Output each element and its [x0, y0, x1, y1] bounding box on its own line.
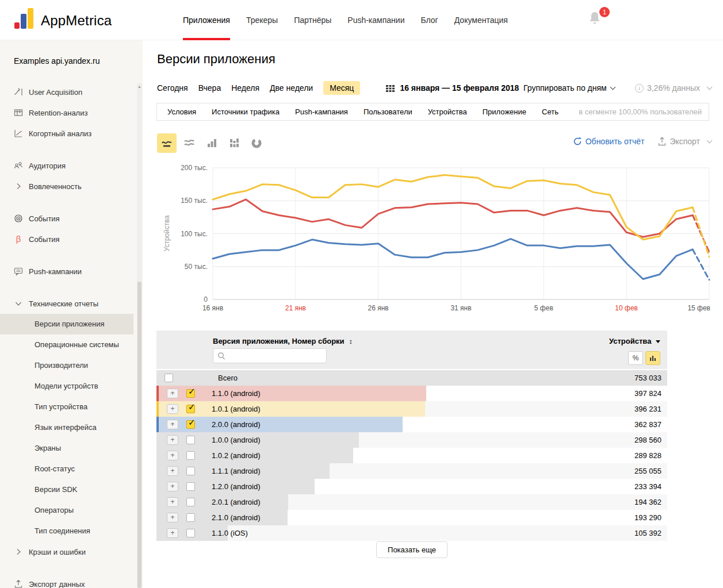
line-chart-icon[interactable] [157, 133, 177, 153]
row-value: 105 392 [634, 529, 667, 537]
sidebar-item-3[interactable]: Когортный анализ [0, 123, 143, 144]
sidebar-menu: User AcquisitionRetention-анализКогортны… [0, 82, 143, 588]
sidebar-subitem-18[interactable]: Версии SDK [0, 479, 133, 500]
sidebar-subitem-16[interactable]: Экраны [0, 438, 133, 459]
table-header: Версия приложения, Номер сборки ▴▾ Устро… [156, 330, 667, 369]
preset-2[interactable]: Вчера [198, 83, 221, 93]
sidebar-item-1[interactable]: User Acquisition [0, 82, 143, 102]
bar-chart-icon[interactable] [202, 133, 221, 153]
row-checkbox[interactable] [186, 451, 195, 460]
data-sample-dropdown[interactable]: i 3,26% данных [635, 80, 711, 96]
sidebar-item-7[interactable]: βСобытия [0, 229, 143, 249]
stacked-column-chart-icon[interactable] [224, 133, 244, 153]
sidebar-subitem-15[interactable]: Язык интерфейса [0, 417, 133, 438]
row-checkbox[interactable] [186, 405, 195, 413]
row-checkbox[interactable] [186, 513, 195, 522]
sidebar-subitem-19[interactable]: Операторы [0, 500, 133, 521]
grouping-label: Группировать по дням [523, 83, 607, 93]
export-report-dropdown[interactable]: Экспорт [658, 137, 711, 146]
date-range-picker[interactable]: 16 января — 15 февраля 2018 [385, 83, 519, 93]
sidebar-subitem-13[interactable]: Модели устройств [0, 376, 133, 397]
sidebar-item-8[interactable]: Push-кампании [0, 261, 143, 282]
expand-row-button[interactable]: + [167, 482, 178, 491]
sidebar-item-label: Когортный анализ [29, 129, 91, 138]
scrollbar-thumb[interactable] [137, 282, 141, 588]
stacked-area-chart-icon[interactable] [179, 133, 199, 153]
row-label: 1.0.1 (android) [212, 405, 261, 413]
segment-tab-4[interactable]: Пользователи [364, 107, 412, 116]
expand-row-button[interactable]: + [167, 404, 178, 414]
beta-icon: β [14, 235, 23, 244]
export-label: Экспорт [670, 137, 700, 146]
expand-row-button[interactable]: + [167, 420, 178, 429]
segment-tab-7[interactable]: Сеть [542, 107, 558, 116]
notifications-button[interactable]: 1 [588, 10, 607, 32]
sidebar-item-6[interactable]: События [0, 208, 143, 229]
row-checkbox[interactable] [186, 482, 195, 491]
column-header-version[interactable]: Версия приложения, Номер сборки ▴▾ [213, 337, 351, 345]
segment-tab-2[interactable]: Источники трафика [212, 107, 280, 116]
refresh-icon [573, 137, 582, 146]
row-checkbox[interactable] [165, 374, 173, 382]
table-search-input[interactable] [213, 348, 327, 363]
nav-item-4[interactable]: Push-кампании [347, 0, 404, 40]
project-selector[interactable]: Examples api.yandex.ru [0, 40, 143, 66]
row-checkbox[interactable] [186, 436, 195, 444]
x-tick-label: 16 янв [202, 304, 223, 312]
sidebar-item-2[interactable]: Retention-анализ [0, 102, 143, 123]
bars-toggle-button[interactable] [645, 351, 660, 365]
percent-toggle-button[interactable]: % [628, 351, 643, 365]
row-checkbox[interactable] [186, 529, 195, 537]
preset-1[interactable]: Сегодня [157, 83, 188, 93]
appmetrica-logo[interactable]: AppMetrica [14, 8, 112, 29]
main-nav: ПриложенияТрекерыПартнёрыPush-кампанииБл… [183, 0, 508, 40]
chevron-down-icon [610, 84, 615, 90]
sidebar-item-4[interactable]: Аудитория [0, 155, 143, 176]
row-checkbox[interactable] [186, 420, 195, 429]
row-checkbox[interactable] [186, 467, 195, 475]
sidebar-item-22[interactable]: Экспорт данных [0, 574, 143, 588]
sidebar-subitem-17[interactable]: Root-статус [0, 459, 133, 479]
preset-5[interactable]: Месяц [323, 81, 360, 95]
nav-item-1[interactable]: Приложения [183, 0, 230, 40]
column-header-devices[interactable]: Устройства [609, 337, 660, 345]
row-value: 194 362 [634, 498, 667, 506]
segment-tab-1[interactable]: Условия [167, 107, 196, 116]
nav-item-6[interactable]: Документация [454, 0, 508, 40]
preset-3[interactable]: Неделя [231, 83, 259, 93]
sidebar-item-9[interactable]: Технические отчеты [0, 293, 143, 314]
expand-row-button[interactable]: + [167, 451, 178, 460]
expand-row-button[interactable]: + [167, 528, 178, 538]
segment-tab-6[interactable]: Приложение [483, 107, 526, 116]
row-share-bar [156, 401, 425, 417]
expand-row-button[interactable]: + [167, 513, 178, 522]
expand-row-button[interactable]: + [167, 435, 178, 445]
pie-chart-icon[interactable] [247, 133, 266, 153]
preset-4[interactable]: Две недели [270, 83, 313, 93]
table-search [213, 348, 327, 363]
sidebar-subitem-11[interactable]: Операционные системы [0, 335, 133, 355]
nav-item-2[interactable]: Трекеры [246, 0, 278, 40]
col2-label: Устройства [609, 337, 651, 345]
segment-tab-5[interactable]: Устройства [428, 107, 467, 116]
segment-tab-3[interactable]: Push-кампания [295, 107, 348, 116]
refresh-report-button[interactable]: Обновить отчёт [573, 137, 645, 146]
sidebar-item-21[interactable]: Крэши и ошибки [0, 541, 143, 562]
scroll-up-arrow-icon[interactable]: ▲ [137, 84, 142, 89]
push-icon [14, 267, 23, 276]
series-color-strip [156, 386, 159, 401]
expand-row-button[interactable]: + [167, 497, 178, 507]
expand-row-button[interactable]: + [167, 466, 178, 476]
nav-item-5[interactable]: Блог [420, 0, 438, 40]
sidebar-subitem-20[interactable]: Тип соединения [0, 521, 133, 541]
sidebar-subitem-12[interactable]: Производители [0, 355, 133, 376]
expand-row-button[interactable]: + [167, 389, 178, 398]
nav-item-3[interactable]: Партнёры [294, 0, 331, 40]
row-checkbox[interactable] [186, 389, 195, 398]
row-checkbox[interactable] [186, 498, 195, 506]
sidebar-subitem-14[interactable]: Тип устройства [0, 397, 133, 417]
show-more-button[interactable]: Показать еще [376, 541, 447, 558]
grouping-dropdown[interactable]: Группировать по дням [523, 80, 615, 96]
sidebar-item-5[interactable]: Вовлеченность [0, 176, 143, 197]
sidebar-subitem-10[interactable]: Версии приложения [0, 314, 133, 335]
